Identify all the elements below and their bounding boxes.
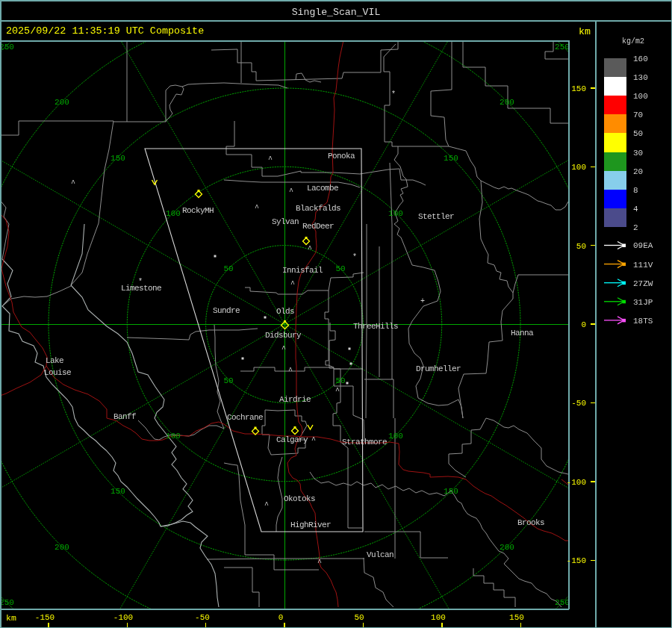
svg-text:31JP: 31JP — [633, 298, 653, 307]
svg-text:^: ^ — [335, 387, 340, 395]
svg-text:4: 4 — [633, 205, 638, 214]
svg-text:30: 30 — [633, 149, 643, 158]
svg-text:Sylvan: Sylvan — [272, 217, 299, 226]
svg-text:0: 0 — [279, 613, 284, 622]
svg-text:Lacombe: Lacombe — [307, 184, 338, 193]
svg-text:Calgary: Calgary — [276, 435, 308, 444]
svg-text:50: 50 — [335, 264, 345, 273]
svg-text:^: ^ — [268, 155, 273, 164]
svg-text:50: 50 — [223, 264, 233, 273]
svg-text:150: 150 — [111, 487, 125, 496]
svg-text:Airdrie: Airdrie — [279, 395, 311, 404]
svg-text:100: 100 — [571, 163, 586, 172]
svg-text:150: 150 — [111, 154, 125, 163]
svg-text:130: 130 — [633, 73, 648, 82]
svg-text:^: ^ — [290, 280, 295, 288]
svg-text:09EA: 09EA — [633, 241, 653, 250]
svg-text:Stettler: Stettler — [418, 212, 454, 221]
svg-text:0: 0 — [581, 320, 586, 329]
svg-text:-50: -50 — [571, 399, 586, 408]
svg-text:^: ^ — [264, 501, 269, 509]
svg-text:150: 150 — [444, 487, 458, 496]
svg-text:250: 250 — [555, 43, 570, 52]
svg-text:^: ^ — [281, 345, 286, 353]
svg-text:200: 200 — [55, 98, 69, 107]
svg-text:Ponoka: Ponoka — [328, 152, 355, 161]
svg-text:27ZW: 27ZW — [633, 279, 653, 288]
svg-text:Didsbury: Didsbury — [265, 331, 302, 340]
svg-text:km: km — [6, 613, 16, 623]
svg-text:Strathmore: Strathmore — [342, 438, 387, 447]
svg-text:ThreeHills: ThreeHills — [353, 322, 398, 331]
svg-text:-50: -50 — [195, 613, 210, 622]
svg-text:Hanna: Hanna — [511, 329, 534, 338]
svg-text:250: 250 — [555, 598, 570, 607]
svg-text:100: 100 — [388, 209, 403, 218]
svg-text:Innisfail: Innisfail — [282, 266, 323, 275]
svg-text:Louise: Louise — [44, 368, 71, 377]
svg-text:150: 150 — [571, 84, 586, 93]
svg-text:18TS: 18TS — [633, 317, 653, 326]
svg-text:Drumheller: Drumheller — [416, 364, 461, 373]
svg-text:50: 50 — [354, 613, 364, 622]
svg-text:100: 100 — [431, 613, 446, 622]
svg-text:-150: -150 — [35, 613, 55, 622]
svg-text:111V: 111V — [633, 261, 653, 270]
svg-text:200: 200 — [500, 543, 514, 552]
svg-text:50: 50 — [335, 376, 345, 385]
svg-text:250: 250 — [0, 43, 14, 52]
svg-text:150: 150 — [509, 613, 524, 622]
svg-text:2025/09/22 11:35:19 UTC Compos: 2025/09/22 11:35:19 UTC Composite — [6, 25, 204, 37]
svg-text:^: ^ — [255, 204, 259, 212]
svg-text:-150: -150 — [567, 556, 586, 565]
svg-text:100: 100 — [388, 432, 403, 441]
svg-text:^: ^ — [308, 245, 312, 253]
svg-text:50: 50 — [633, 129, 643, 138]
svg-text:*: * — [138, 278, 143, 286]
svg-text:-100: -100 — [113, 613, 133, 622]
svg-text:70: 70 — [633, 111, 643, 119]
svg-text:Cochrane: Cochrane — [227, 413, 263, 422]
svg-text:Banff: Banff — [113, 412, 136, 421]
svg-text:^: ^ — [71, 179, 75, 187]
svg-text:50: 50 — [576, 242, 586, 251]
svg-text:RedDeer: RedDeer — [302, 222, 334, 231]
svg-text:150: 150 — [444, 154, 458, 163]
svg-text:Brooks: Brooks — [517, 518, 544, 527]
svg-text:Olds: Olds — [276, 307, 294, 316]
svg-text:20: 20 — [633, 167, 643, 176]
svg-text:HighRiver: HighRiver — [290, 520, 331, 529]
svg-text:+: + — [420, 297, 425, 305]
svg-text:RockyMH: RockyMH — [182, 206, 214, 215]
svg-text:^: ^ — [288, 367, 293, 375]
svg-text:Single_Scan_VIL: Single_Scan_VIL — [292, 7, 381, 18]
svg-text:*: * — [352, 253, 357, 261]
svg-text:100: 100 — [166, 432, 181, 441]
svg-text:^: ^ — [289, 187, 293, 196]
svg-text:200: 200 — [55, 543, 69, 552]
svg-text:200: 200 — [500, 98, 514, 107]
svg-text:Sundre: Sundre — [213, 306, 240, 315]
svg-text:2: 2 — [633, 223, 638, 232]
svg-text:8: 8 — [633, 186, 638, 195]
svg-text:100: 100 — [166, 209, 181, 218]
svg-text:Vulcan: Vulcan — [367, 550, 393, 559]
svg-text:km: km — [579, 26, 591, 37]
svg-text:Lake: Lake — [46, 356, 63, 365]
svg-text:Okotoks: Okotoks — [284, 494, 315, 503]
svg-text:100: 100 — [633, 92, 648, 101]
svg-text:50: 50 — [223, 376, 233, 385]
svg-text:*: * — [391, 90, 396, 99]
svg-text:kg/m2: kg/m2 — [622, 37, 644, 46]
svg-text:Blackfalds: Blackfalds — [296, 204, 340, 213]
svg-text:-100: -100 — [567, 478, 586, 487]
svg-text:250: 250 — [0, 598, 14, 607]
svg-text:^: ^ — [317, 559, 322, 567]
svg-text:160: 160 — [633, 55, 648, 63]
svg-text:^: ^ — [311, 436, 316, 444]
